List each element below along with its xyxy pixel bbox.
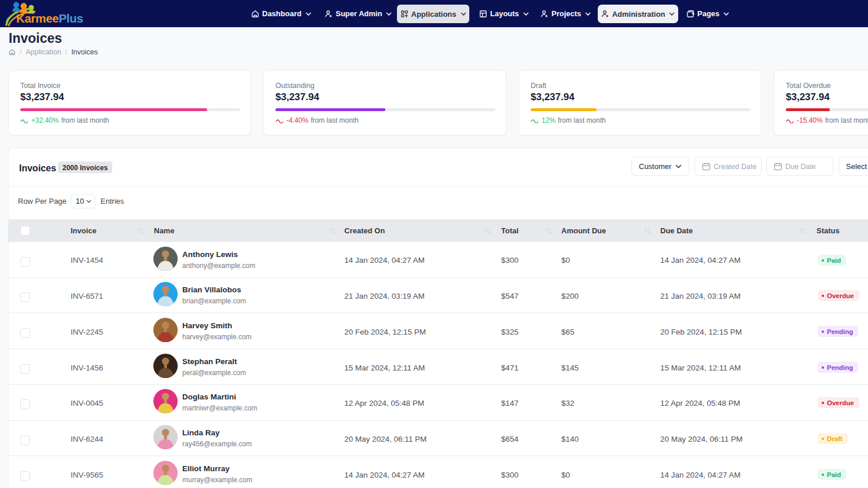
svg-text:KarmeePlus: KarmeePlus bbox=[16, 12, 83, 25]
